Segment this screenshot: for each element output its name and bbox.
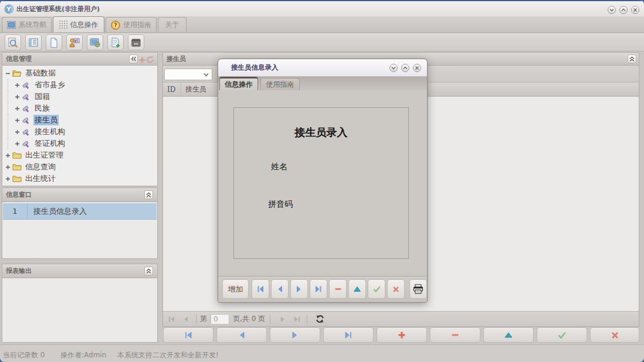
nav-up-button[interactable] <box>483 327 534 343</box>
expand-expander-icon[interactable] <box>15 106 20 111</box>
nav-cancel-button[interactable] <box>590 327 639 343</box>
dialog-up-button[interactable] <box>348 279 366 299</box>
dialog-last-button[interactable] <box>310 279 327 299</box>
tree-node-label: 接生员 <box>33 115 59 125</box>
page-first-button[interactable] <box>167 314 177 325</box>
dialog-prev-button[interactable] <box>271 279 289 299</box>
dialog-ok-button[interactable] <box>368 279 385 299</box>
tab-label: 系统导航 <box>19 20 47 30</box>
tree-node-label: 省市县乡 <box>33 80 66 90</box>
window-close-icon[interactable] <box>631 6 639 14</box>
dialog-title-bar[interactable]: 接生员信息录入 <box>218 59 427 77</box>
collapse-grid-panel-button[interactable] <box>628 54 636 63</box>
dialog-title: 接生员信息录入 <box>231 63 279 72</box>
dialog-first-button[interactable] <box>252 279 269 299</box>
tree-node-delivery-org[interactable]: 接生机构 <box>2 126 157 138</box>
add-button[interactable]: 增加 <box>222 279 249 299</box>
list-item-midwife-entry[interactable]: 1 接生员信息录入 <box>3 203 157 220</box>
toolbar-report-view-button[interactable] <box>25 35 42 50</box>
filter-combobox[interactable] <box>164 69 212 80</box>
window-minimize-icon[interactable] <box>608 6 616 14</box>
tree-node-nationality[interactable]: 国籍 <box>2 91 157 103</box>
collapse-expander-icon[interactable] <box>5 71 11 76</box>
dialog-toolbar: 增加 <box>218 276 427 302</box>
tree-node-birth-statistics[interactable]: 出生统计 <box>2 173 157 185</box>
nav-ok-button[interactable] <box>537 327 587 343</box>
page-next-button[interactable] <box>277 314 288 325</box>
tab-about[interactable]: 关于 <box>158 17 187 32</box>
grid-column-id[interactable]: ID <box>163 83 181 96</box>
tool-icon <box>22 81 31 89</box>
tree-line <box>8 103 8 114</box>
dialog-close-icon[interactable] <box>413 64 421 72</box>
nav-prev-button[interactable] <box>216 327 267 343</box>
help-octagon-icon: ? <box>111 21 120 30</box>
collapse-info-window-button[interactable] <box>144 190 153 199</box>
page-total-label: 页,共 0 页 <box>233 314 265 324</box>
last-record-icon <box>344 331 353 339</box>
nav-add-button[interactable] <box>377 327 427 343</box>
dialog-remove-button[interactable] <box>329 279 347 299</box>
expand-expander-icon[interactable] <box>15 141 20 146</box>
tree-node-ethnicity[interactable]: 民族 <box>2 103 157 114</box>
application-window: 出生证管理系统(非注册用户) 系统导航 <box>0 0 644 362</box>
tree-node-base-data[interactable]: 基础数据 <box>2 67 157 79</box>
nav-remove-button[interactable] <box>430 327 480 343</box>
expand-expander-icon[interactable] <box>5 165 11 170</box>
toolbar-user-chart-button[interactable] <box>66 35 83 50</box>
tree-node-info-query[interactable]: 信息查询 <box>2 161 157 173</box>
confirm-check-icon <box>557 332 567 339</box>
dialog-print-button[interactable] <box>409 279 427 299</box>
tree-node-label: 基础数据 <box>24 68 57 78</box>
tree-line <box>8 138 8 149</box>
record-count-status: 当前记录数 0 <box>3 350 45 360</box>
dialog-tab-user-guide[interactable]: 使用指南 <box>260 78 300 90</box>
panel-title: 信息管理 <box>6 54 32 63</box>
toolbar-archive-window-button[interactable] <box>128 35 144 50</box>
refresh-button[interactable] <box>314 314 325 325</box>
tree-line <box>8 126 8 138</box>
toolbar-screen-globe-button[interactable] <box>87 35 103 50</box>
status-message: 本系统支持二次开发和全新开发! <box>117 350 219 360</box>
tree-node-province[interactable]: 省市县乡 <box>2 79 157 91</box>
dialog-minimize-icon[interactable] <box>389 64 398 72</box>
dialog-tab-info-operation[interactable]: 信息操作 <box>219 77 258 90</box>
expand-expander-icon[interactable] <box>15 94 20 100</box>
tree-node-midwife[interactable]: 接生员 <box>2 114 157 126</box>
nav-next-button[interactable] <box>270 327 320 343</box>
tab-info-operation[interactable]: 信息操作 <box>53 16 104 32</box>
tree-node-visa-org[interactable]: 签证机构 <box>2 138 157 149</box>
tab-user-guide[interactable]: ? 使用指南 <box>106 17 157 32</box>
report-view-icon <box>28 37 39 49</box>
window-maximize-icon[interactable] <box>619 6 628 14</box>
page-number-input[interactable]: 0 <box>211 314 229 325</box>
dialog-cancel-button[interactable] <box>387 279 405 299</box>
refresh-tree-icon[interactable] <box>146 55 154 66</box>
page-prev-button[interactable] <box>181 314 191 325</box>
tab-system-navigation[interactable]: 系统导航 <box>2 17 52 32</box>
add-record-icon <box>398 331 406 339</box>
expand-expander-icon[interactable] <box>15 118 20 123</box>
collapse-left-panel-button[interactable] <box>129 54 138 63</box>
toolbar-document-add-button[interactable] <box>107 35 124 50</box>
dialog-maximize-icon[interactable] <box>401 64 409 72</box>
tree-node-label: 签证机构 <box>33 138 66 149</box>
first-record-icon <box>256 285 265 293</box>
report-output-panel: 报表输出 <box>2 264 158 343</box>
expand-expander-icon[interactable] <box>15 83 20 88</box>
dialog-next-button[interactable] <box>290 279 308 299</box>
page-last-button[interactable] <box>292 314 302 325</box>
expand-expander-icon[interactable] <box>5 153 11 158</box>
nav-first-button[interactable] <box>163 327 213 343</box>
add-node-icon[interactable] <box>138 55 146 66</box>
nav-last-button[interactable] <box>323 327 374 343</box>
expand-expander-icon[interactable] <box>15 129 20 135</box>
prev-record-icon <box>276 285 284 293</box>
tree-node-cert-management[interactable]: 出生证管理 <box>2 149 157 161</box>
toolbar-new-document-button[interactable] <box>46 35 62 50</box>
navigation-tree: 基础数据 省市县乡 国籍 <box>2 66 157 186</box>
expand-expander-icon[interactable] <box>5 176 11 182</box>
toolbar-preview-search-button[interactable] <box>5 35 21 50</box>
pagination-bar: 第 0 页,共 0 页 <box>163 311 639 326</box>
collapse-report-output-button[interactable] <box>144 267 153 275</box>
